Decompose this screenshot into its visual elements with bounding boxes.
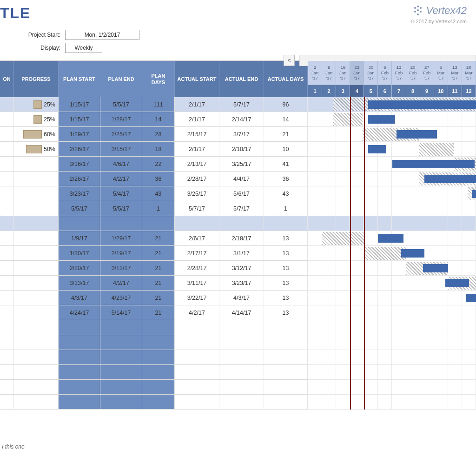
cell-actual-end[interactable]: 3/12/17 — [219, 261, 264, 275]
cell-actual-start[interactable]: 5/7/17 — [175, 201, 219, 216]
table-row[interactable] — [0, 350, 308, 365]
cell-plan-days[interactable]: 21 — [142, 261, 175, 275]
cell-plan-start[interactable]: 3/16/17 — [59, 157, 100, 171]
cell-actual-start[interactable]: 2/1/17 — [175, 142, 219, 156]
cell-plan-days[interactable]: 21 — [142, 276, 175, 290]
table-row[interactable]: -5/5/175/5/1715/7/175/7/171 — [0, 201, 308, 216]
cell-plan-days[interactable]: 21 — [142, 305, 175, 320]
cell-plan-end[interactable]: 4/23/17 — [100, 291, 142, 305]
cell-plan-end[interactable]: 1/28/17 — [100, 112, 142, 126]
table-row[interactable]: 4/24/175/14/17214/2/174/14/1713 — [0, 305, 308, 320]
cell-progress[interactable] — [14, 261, 59, 275]
cell-plan-end[interactable]: 5/4/17 — [100, 186, 142, 201]
cell-actual-start[interactable]: 2/28/17 — [175, 261, 219, 275]
table-row[interactable]: 3/13/174/2/17213/11/173/23/1713 — [0, 276, 308, 291]
cell-progress[interactable]: 25% — [14, 112, 59, 126]
cell-plan-days[interactable]: 14 — [142, 112, 175, 126]
table-row[interactable] — [0, 365, 308, 380]
cell-plan-days[interactable]: 111 — [142, 97, 175, 112]
cell-actual-days[interactable]: 13 — [264, 291, 308, 305]
cell-actual-days[interactable]: 96 — [264, 97, 308, 112]
cell-plan-days[interactable]: 21 — [142, 291, 175, 305]
cell-actual-start[interactable]: 2/6/17 — [175, 231, 219, 245]
cell-plan-start[interactable]: 4/3/17 — [59, 291, 100, 305]
cell-progress[interactable]: 25% — [14, 97, 59, 112]
cell-progress[interactable]: 50% — [14, 142, 59, 156]
table-row[interactable]: 25%1/15/175/5/171112/1/175/7/1796 — [0, 97, 308, 112]
cell-actual-days[interactable]: 10 — [264, 142, 308, 156]
table-row[interactable] — [0, 395, 308, 410]
cell-actual-days[interactable]: 13 — [264, 276, 308, 290]
cell-actual-end[interactable]: 2/10/17 — [219, 142, 264, 156]
cell-progress[interactable] — [14, 231, 59, 245]
cell-actual-start[interactable]: 2/1/17 — [175, 112, 219, 126]
cell-plan-start[interactable]: 3/13/17 — [59, 276, 100, 290]
cell-actual-end[interactable]: 3/1/17 — [219, 246, 264, 260]
cell-plan-days[interactable]: 36 — [142, 172, 175, 186]
cell-progress[interactable] — [14, 291, 59, 305]
cell-plan-end[interactable]: 3/15/17 — [100, 142, 142, 156]
table-row[interactable]: 60%1/29/172/25/17282/15/173/7/1721 — [0, 127, 308, 142]
cell-plan-days[interactable]: 1 — [142, 201, 175, 216]
cell-plan-start[interactable]: 2/20/17 — [59, 261, 100, 275]
table-row[interactable]: 2/26/174/2/17362/28/174/4/1736 — [0, 172, 308, 186]
cell-plan-days[interactable]: 43 — [142, 186, 175, 201]
cell-actual-days[interactable]: 36 — [264, 172, 308, 186]
cell-actual-days[interactable]: 41 — [264, 157, 308, 171]
cell-plan-start[interactable]: 1/15/17 — [59, 112, 100, 126]
cell-actual-end[interactable]: 5/7/17 — [219, 97, 264, 112]
cell-actual-end[interactable]: 3/23/17 — [219, 276, 264, 290]
cell-actual-days[interactable]: 13 — [264, 261, 308, 275]
cell-actual-start[interactable]: 3/22/17 — [175, 291, 219, 305]
cell-actual-end[interactable]: 5/6/17 — [219, 186, 264, 201]
table-row[interactable]: 3/16/174/6/17222/13/173/25/1741 — [0, 157, 308, 172]
cell-actual-start[interactable]: 3/11/17 — [175, 276, 219, 290]
cell-plan-start[interactable]: 3/23/17 — [59, 186, 100, 201]
cell-plan-end[interactable]: 5/5/17 — [100, 97, 142, 112]
cell-plan-start[interactable]: 4/24/17 — [59, 305, 100, 320]
cell-plan-days[interactable]: 21 — [142, 231, 175, 245]
cell-plan-end[interactable]: 2/25/17 — [100, 127, 142, 141]
table-row[interactable]: 1/30/172/19/17212/17/173/1/1713 — [0, 246, 308, 261]
table-row[interactable]: 25%1/15/171/28/17142/1/172/14/1714 — [0, 112, 308, 127]
cell-actual-start[interactable]: 2/17/17 — [175, 246, 219, 260]
cell-plan-days[interactable]: 28 — [142, 127, 175, 141]
cell-actual-end[interactable]: 2/18/17 — [219, 231, 264, 245]
cell-plan-days[interactable]: 21 — [142, 246, 175, 260]
cell-plan-days[interactable]: 22 — [142, 157, 175, 171]
cell-actual-end[interactable]: 2/14/17 — [219, 112, 264, 126]
table-row[interactable] — [0, 380, 308, 395]
cell-actual-end[interactable]: 4/3/17 — [219, 291, 264, 305]
cell-plan-end[interactable]: 4/6/17 — [100, 157, 142, 171]
project-start-input[interactable]: Mon, 1/2/2017 — [65, 30, 139, 40]
table-row[interactable]: 4/3/174/23/17213/22/174/3/1713 — [0, 291, 308, 305]
cell-plan-start[interactable]: 1/29/17 — [59, 127, 100, 141]
cell-plan-end[interactable]: 5/5/17 — [100, 201, 142, 216]
cell-plan-end[interactable]: 3/12/17 — [100, 261, 142, 275]
cell-actual-days[interactable]: 13 — [264, 305, 308, 320]
cell-plan-start[interactable]: 1/9/17 — [59, 231, 100, 245]
cell-actual-end[interactable]: 4/4/17 — [219, 172, 264, 186]
cell-plan-start[interactable]: 1/15/17 — [59, 97, 100, 112]
cell-actual-days[interactable]: 21 — [264, 127, 308, 141]
cell-actual-days[interactable]: 13 — [264, 246, 308, 260]
cell-progress[interactable]: 60% — [14, 127, 59, 141]
cell-actual-days[interactable]: 43 — [264, 186, 308, 201]
cell-actual-start[interactable]: 2/1/17 — [175, 97, 219, 112]
cell-plan-start[interactable]: 5/5/17 — [59, 201, 100, 216]
cell-plan-end[interactable]: 4/2/17 — [100, 172, 142, 186]
table-row[interactable]: 50%2/26/173/15/17182/1/172/10/1710 — [0, 142, 308, 157]
table-row[interactable] — [0, 335, 308, 350]
cell-plan-end[interactable]: 4/2/17 — [100, 276, 142, 290]
cell-actual-start[interactable]: 4/2/17 — [175, 305, 219, 320]
cell-progress[interactable] — [14, 157, 59, 171]
cell-plan-days[interactable]: 18 — [142, 142, 175, 156]
cell-plan-start[interactable]: 1/30/17 — [59, 246, 100, 260]
cell-actual-start[interactable]: 2/28/17 — [175, 172, 219, 186]
cell-progress[interactable] — [14, 305, 59, 320]
cell-actual-days[interactable]: 13 — [264, 231, 308, 245]
cell-plan-end[interactable]: 1/29/17 — [100, 231, 142, 245]
cell-actual-start[interactable]: 3/25/17 — [175, 186, 219, 201]
cell-actual-start[interactable]: 2/15/17 — [175, 127, 219, 141]
table-row[interactable]: 2/20/173/12/17212/28/173/12/1713 — [0, 261, 308, 276]
